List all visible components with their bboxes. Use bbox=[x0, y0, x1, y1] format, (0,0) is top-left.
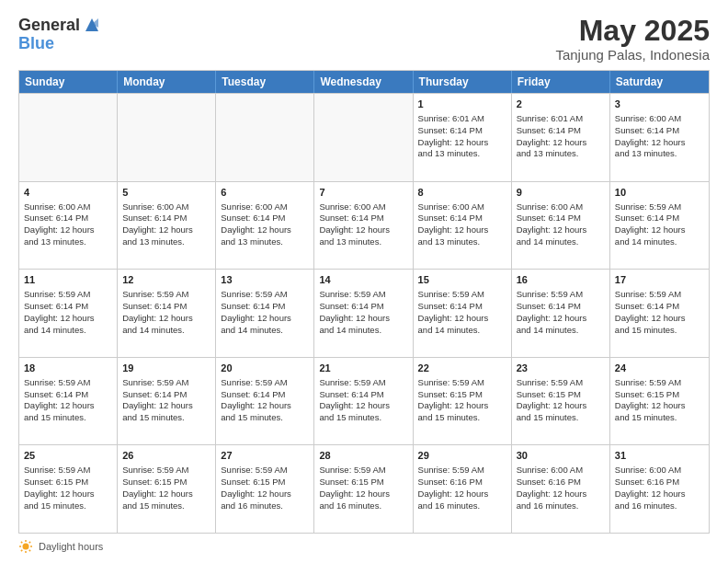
calendar-cell: 7Sunrise: 6:00 AMSunset: 6:14 PMDaylight… bbox=[314, 182, 413, 270]
calendar-cell: 3Sunrise: 6:00 AMSunset: 6:14 PMDaylight… bbox=[610, 94, 709, 181]
day-number: 22 bbox=[418, 362, 506, 375]
svg-line-10 bbox=[21, 550, 22, 551]
day-info: Sunrise: 5:59 AM bbox=[615, 201, 704, 213]
day-info: Sunset: 6:14 PM bbox=[221, 389, 309, 401]
day-info: Sunset: 6:14 PM bbox=[615, 301, 704, 313]
logo-icon bbox=[82, 15, 102, 35]
day-info: Sunrise: 5:59 AM bbox=[221, 289, 309, 301]
calendar-cell: 27Sunrise: 5:59 AMSunset: 6:15 PMDayligh… bbox=[216, 445, 314, 533]
day-info: and 13 minutes. bbox=[517, 148, 605, 160]
day-info: and 13 minutes. bbox=[418, 236, 506, 248]
day-number: 15 bbox=[418, 273, 506, 287]
calendar-cell: 12Sunrise: 5:59 AMSunset: 6:14 PMDayligh… bbox=[118, 270, 216, 357]
day-info: Sunset: 6:14 PM bbox=[24, 301, 112, 313]
day-info: Sunset: 6:16 PM bbox=[615, 477, 704, 488]
day-info: Daylight: 12 hours bbox=[615, 400, 704, 412]
calendar-header-cell: Monday bbox=[118, 71, 216, 93]
calendar-header-cell: Friday bbox=[512, 71, 610, 93]
day-info: Daylight: 12 hours bbox=[615, 488, 704, 500]
day-info: Daylight: 12 hours bbox=[24, 224, 112, 236]
day-info: and 15 minutes. bbox=[24, 500, 112, 512]
day-info: Sunrise: 5:59 AM bbox=[319, 465, 407, 477]
day-number: 9 bbox=[517, 186, 605, 200]
day-number: 2 bbox=[517, 98, 605, 111]
calendar-cell: 30Sunrise: 6:00 AMSunset: 6:16 PMDayligh… bbox=[512, 445, 610, 533]
day-info: Daylight: 12 hours bbox=[24, 488, 112, 500]
day-number: 11 bbox=[24, 273, 112, 287]
day-info: Daylight: 12 hours bbox=[122, 313, 210, 325]
day-info: Sunrise: 5:59 AM bbox=[615, 377, 704, 389]
day-info: Sunrise: 6:00 AM bbox=[517, 201, 605, 213]
day-info: Daylight: 12 hours bbox=[418, 224, 506, 236]
calendar-body: 1Sunrise: 6:01 AMSunset: 6:14 PMDaylight… bbox=[19, 93, 709, 533]
day-info: Sunset: 6:14 PM bbox=[319, 213, 407, 224]
day-info: Daylight: 12 hours bbox=[122, 400, 210, 412]
day-info: and 13 minutes. bbox=[221, 236, 309, 248]
day-info: Sunset: 6:15 PM bbox=[122, 477, 210, 488]
calendar-cell: 28Sunrise: 5:59 AMSunset: 6:15 PMDayligh… bbox=[314, 445, 413, 533]
day-info: and 15 minutes. bbox=[122, 412, 210, 424]
day-number: 12 bbox=[122, 273, 210, 287]
day-info: and 15 minutes. bbox=[615, 412, 704, 424]
day-info: Sunrise: 6:00 AM bbox=[418, 201, 506, 213]
day-info: Daylight: 12 hours bbox=[517, 488, 605, 500]
day-info: Daylight: 12 hours bbox=[418, 313, 506, 325]
day-info: and 13 minutes. bbox=[122, 236, 210, 248]
day-info: Sunrise: 6:01 AM bbox=[418, 113, 506, 125]
day-number: 14 bbox=[319, 273, 407, 287]
day-info: Daylight: 12 hours bbox=[319, 224, 407, 236]
day-info: Sunset: 6:14 PM bbox=[418, 301, 506, 313]
day-info: and 15 minutes. bbox=[615, 325, 704, 337]
day-info: Sunset: 6:14 PM bbox=[615, 213, 704, 224]
day-number: 8 bbox=[418, 186, 506, 200]
calendar-cell: 31Sunrise: 6:00 AMSunset: 6:16 PMDayligh… bbox=[610, 445, 709, 533]
calendar-cell: 5Sunrise: 6:00 AMSunset: 6:14 PMDaylight… bbox=[118, 182, 216, 270]
day-number: 31 bbox=[615, 449, 704, 463]
day-number: 16 bbox=[517, 273, 605, 287]
calendar-cell: 2Sunrise: 6:01 AMSunset: 6:14 PMDaylight… bbox=[512, 94, 610, 181]
page: General Blue May 2025 Tanjung Palas, Ind… bbox=[0, 0, 728, 563]
day-info: Sunset: 6:14 PM bbox=[122, 213, 210, 224]
day-info: Daylight: 12 hours bbox=[221, 313, 309, 325]
day-info: Sunset: 6:16 PM bbox=[418, 477, 506, 488]
day-info: and 14 minutes. bbox=[24, 325, 112, 337]
day-info: Sunset: 6:14 PM bbox=[221, 213, 309, 224]
day-info: and 14 minutes. bbox=[615, 236, 704, 248]
day-info: Daylight: 12 hours bbox=[319, 488, 407, 500]
day-number: 24 bbox=[615, 362, 704, 375]
day-info: Daylight: 12 hours bbox=[517, 137, 605, 149]
day-number: 30 bbox=[517, 449, 605, 463]
day-info: Daylight: 12 hours bbox=[221, 488, 309, 500]
calendar-row: 11Sunrise: 5:59 AMSunset: 6:14 PMDayligh… bbox=[19, 269, 709, 357]
calendar-header: SundayMondayTuesdayWednesdayThursdayFrid… bbox=[19, 71, 709, 93]
day-info: Sunset: 6:14 PM bbox=[517, 213, 605, 224]
day-info: Daylight: 12 hours bbox=[615, 224, 704, 236]
day-info: and 14 minutes. bbox=[122, 325, 210, 337]
svg-line-9 bbox=[29, 542, 30, 543]
calendar-cell: 10Sunrise: 5:59 AMSunset: 6:14 PMDayligh… bbox=[610, 182, 709, 270]
day-info: Sunrise: 5:59 AM bbox=[24, 377, 112, 389]
day-info: Sunrise: 6:01 AM bbox=[517, 113, 605, 125]
day-info: Sunrise: 5:59 AM bbox=[517, 289, 605, 301]
day-info: Sunrise: 6:00 AM bbox=[24, 201, 112, 213]
day-number: 20 bbox=[221, 362, 309, 375]
day-info: Daylight: 12 hours bbox=[418, 488, 506, 500]
logo: General Blue bbox=[18, 15, 102, 52]
day-info: Sunrise: 5:59 AM bbox=[122, 377, 210, 389]
day-info: and 16 minutes. bbox=[221, 500, 309, 512]
day-info: Daylight: 12 hours bbox=[615, 313, 704, 325]
calendar-cell: 1Sunrise: 6:01 AMSunset: 6:14 PMDaylight… bbox=[414, 94, 512, 181]
day-info: Sunset: 6:14 PM bbox=[418, 125, 506, 137]
day-info: Sunrise: 5:59 AM bbox=[221, 377, 309, 389]
calendar-header-cell: Thursday bbox=[414, 71, 512, 93]
day-info: Sunset: 6:14 PM bbox=[122, 389, 210, 401]
day-number: 4 bbox=[24, 186, 112, 200]
day-info: and 15 minutes. bbox=[517, 412, 605, 424]
day-number: 29 bbox=[418, 449, 506, 463]
calendar-cell: 8Sunrise: 6:00 AMSunset: 6:14 PMDaylight… bbox=[414, 182, 512, 270]
day-info: Sunrise: 6:00 AM bbox=[615, 113, 704, 125]
day-info: Sunrise: 6:00 AM bbox=[221, 201, 309, 213]
calendar-cell: 13Sunrise: 5:59 AMSunset: 6:14 PMDayligh… bbox=[216, 270, 314, 357]
day-info: and 16 minutes. bbox=[418, 500, 506, 512]
day-info: Sunset: 6:15 PM bbox=[319, 477, 407, 488]
